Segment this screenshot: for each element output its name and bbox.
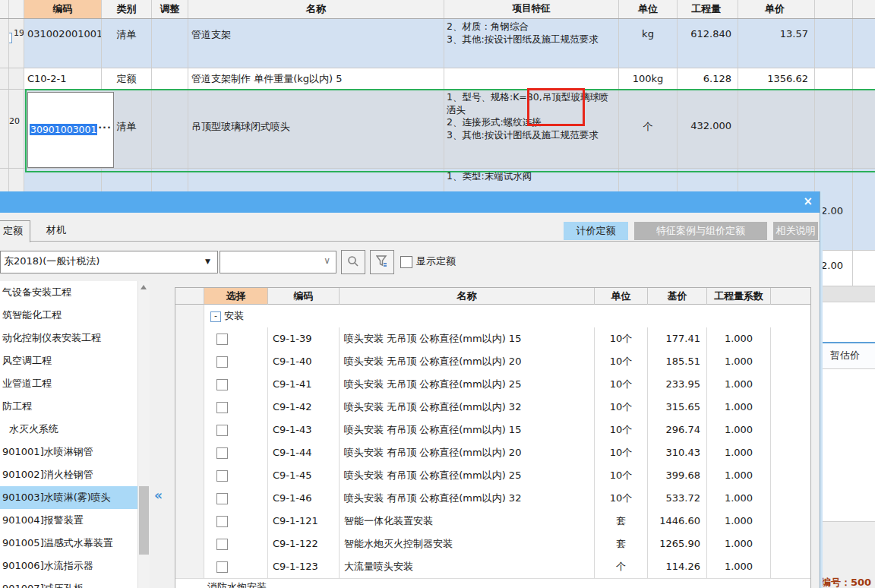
- name-cell[interactable]: 管道支架: [188, 19, 444, 68]
- name-cell[interactable]: 喷头安装 无吊顶 公称直径(mm以内) 15: [340, 327, 595, 350]
- quota-row[interactable]: C9-1-40 喷头安装 无吊顶 公称直径(mm以内) 20 10个 185.5…: [175, 350, 810, 374]
- name-cell[interactable]: 喷头安装 有吊顶 公称直径(mm以内) 25: [340, 464, 595, 487]
- tab-materials[interactable]: 材机: [39, 220, 73, 241]
- code-cell[interactable]: C9-1-45: [268, 464, 340, 487]
- filter-button[interactable]: [370, 250, 394, 274]
- col-header-select[interactable]: 选择: [204, 288, 268, 305]
- code-edit-cell[interactable]: 30901003001 ···: [27, 92, 114, 168]
- factor-cell[interactable]: 1.000: [707, 510, 771, 533]
- price-cell[interactable]: 1265.90: [648, 533, 707, 555]
- category-cell[interactable]: 清单: [102, 90, 152, 168]
- name-cell[interactable]: 喷头安装 无吊顶 公称直径(mm以内) 32: [340, 396, 595, 419]
- price-cell[interactable]: 177.41: [648, 327, 707, 350]
- factor-cell[interactable]: 1.000: [707, 441, 771, 464]
- search-button[interactable]: [341, 250, 365, 274]
- row-checkbox[interactable]: [216, 334, 228, 345]
- table-row-current[interactable]: 20 30901003001 ··· 清单 吊顶型玻璃球闭式喷头 1、型号、规格…: [0, 90, 875, 169]
- factor-cell[interactable]: 1.000: [707, 464, 771, 487]
- factor-cell[interactable]: 1.000: [707, 419, 771, 441]
- code-cell[interactable]: C9-1-46: [268, 487, 340, 510]
- tab-quota[interactable]: 定额: [0, 220, 30, 242]
- name-cell[interactable]: 喷头安装 无吊顶 公称直径(mm以内) 20: [340, 350, 595, 373]
- scroll-up-icon[interactable]: [141, 285, 147, 289]
- name-cell[interactable]: 智能水炮灭火控制器安装: [340, 533, 595, 555]
- category-cell[interactable]: 定额: [102, 68, 152, 89]
- price-cell[interactable]: 114.26: [648, 555, 707, 578]
- price-cell[interactable]: 533.72: [648, 487, 707, 510]
- category-cell[interactable]: 清单: [102, 19, 152, 68]
- row-checkbox[interactable]: [216, 561, 228, 573]
- partial-row[interactable]: 消防水炮安装: [175, 578, 810, 588]
- name-cell[interactable]: 喷头安装 有吊顶 公称直径(mm以内) 20: [340, 441, 595, 464]
- table-row[interactable]: - 19 031002001001 清单 管道支架 2、材质：角钢综合 3、其他…: [0, 19, 875, 68]
- search-combo[interactable]: ∨: [220, 251, 336, 273]
- quota-row[interactable]: C9-1-46 喷头安装 有吊顶 公称直径(mm以内) 32 10个 533.7…: [175, 487, 810, 511]
- factor-cell[interactable]: 1.000: [707, 533, 771, 555]
- adjust-cell[interactable]: [152, 68, 188, 89]
- quantity-cell[interactable]: 432.000: [678, 90, 738, 168]
- collapse-minus-icon[interactable]: -: [9, 33, 12, 43]
- tree-item[interactable]: 901006]水流指示器: [0, 555, 137, 577]
- tree-item[interactable]: 动化控制仪表安装工程: [0, 327, 137, 349]
- unit-cell[interactable]: 个: [595, 555, 648, 578]
- factor-cell[interactable]: 1.000: [707, 373, 771, 396]
- tree-scrollbar[interactable]: [137, 281, 150, 588]
- price-cell[interactable]: 399.68: [648, 464, 707, 487]
- name-cell[interactable]: 管道支架制作 单件重量(kg以内) 5: [188, 68, 444, 89]
- unit-cell[interactable]: 10个: [595, 419, 648, 441]
- name-cell[interactable]: 喷头安装 有吊顶 公称直径(mm以内) 15: [340, 419, 595, 441]
- quantity-cell[interactable]: 612.840: [678, 19, 738, 68]
- unit-cell[interactable]: 100kg: [619, 68, 678, 89]
- row-checkbox[interactable]: [216, 425, 228, 436]
- price-cell[interactable]: 310.43: [648, 441, 707, 464]
- row-checkbox[interactable]: [216, 539, 228, 550]
- search-combo-input[interactable]: [222, 253, 319, 271]
- tree-item[interactable]: 防工程: [0, 395, 137, 418]
- group-row[interactable]: - 安装: [175, 305, 810, 328]
- row-checkbox[interactable]: [216, 493, 228, 504]
- row-checkbox[interactable]: [216, 379, 228, 390]
- quota-row[interactable]: C9-1-122 智能水炮灭火控制器安装 套 1265.90 1.000: [175, 533, 810, 556]
- code-cell[interactable]: C9-1-41: [268, 373, 340, 396]
- code-cell[interactable]: C9-1-39: [268, 327, 340, 350]
- price-cell[interactable]: 185.51: [648, 350, 707, 373]
- features-cell[interactable]: [444, 68, 619, 89]
- code-cell[interactable]: C9-1-44: [268, 441, 340, 464]
- tree-item[interactable]: 901002]消火栓钢管: [0, 463, 137, 486]
- unit-cell[interactable]: 个: [619, 90, 678, 168]
- features-cell[interactable]: 1、型号、规格:K=80,吊顶型玻璃球喷洒头 2、连接形式:螺纹连接 3、其他:…: [444, 90, 619, 168]
- factor-cell[interactable]: 1.000: [707, 555, 771, 578]
- tree-item[interactable]: 业管道工程: [0, 372, 137, 395]
- price-cell[interactable]: 296.74: [648, 419, 707, 441]
- factor-cell[interactable]: 1.000: [707, 327, 771, 350]
- factor-cell[interactable]: 1.000: [707, 396, 771, 419]
- row-checkbox[interactable]: [216, 402, 228, 413]
- code-cell[interactable]: C10-2-1: [24, 68, 102, 89]
- tree-item[interactable]: 气设备安装工程: [0, 281, 137, 304]
- features-cell[interactable]: 2、材质：角钢综合 3、其他:按设计图纸及施工规范要求: [444, 19, 619, 68]
- quota-row[interactable]: C9-1-121 智能一体化装置安装 套 1446.60 1.000: [175, 510, 810, 533]
- quota-row[interactable]: C9-1-44 喷头安装 有吊顶 公称直径(mm以内) 20 10个 310.4…: [175, 441, 810, 465]
- tree-item[interactable]: 901001]水喷淋钢管: [0, 441, 137, 463]
- tree-item[interactable]: 风空调工程: [0, 349, 137, 372]
- feature-case-button[interactable]: 特征案例与组价定额: [634, 222, 767, 240]
- price-cell[interactable]: [738, 90, 815, 168]
- code-cell[interactable]: 031002001001: [24, 19, 102, 68]
- collapse-panel-icon[interactable]: «: [154, 488, 163, 503]
- row-checkbox[interactable]: [216, 356, 228, 368]
- code-cell[interactable]: C9-1-42: [268, 396, 340, 419]
- table-row[interactable]: C10-2-1 定额 管道支架制作 单件重量(kg以内) 5 100kg 6.1…: [0, 68, 875, 90]
- code-cell[interactable]: C9-1-123: [268, 555, 340, 578]
- unit-cell[interactable]: 10个: [595, 396, 648, 419]
- tree-item-selected[interactable]: 901003]水喷淋(雾)喷头: [0, 486, 137, 509]
- quota-row[interactable]: C9-1-45 喷头安装 有吊顶 公称直径(mm以内) 25 10个 399.6…: [175, 464, 810, 488]
- unit-cell[interactable]: 10个: [595, 327, 648, 350]
- name-cell[interactable]: 喷头安装 有吊顶 公称直径(mm以内) 32: [340, 487, 595, 510]
- name-cell[interactable]: 喷头安装 无吊顶 公称直径(mm以内) 25: [340, 373, 595, 396]
- scrollbar-thumb[interactable]: [139, 486, 149, 555]
- unit-cell[interactable]: 套: [595, 510, 648, 533]
- name-cell[interactable]: 吊顶型玻璃球闭式喷头: [188, 90, 444, 168]
- quota-library-dropdown[interactable]: 东2018)(一般计税法) ▼: [0, 251, 218, 273]
- unit-cell[interactable]: 10个: [595, 350, 648, 373]
- pricing-quota-button[interactable]: 计价定额: [564, 222, 628, 240]
